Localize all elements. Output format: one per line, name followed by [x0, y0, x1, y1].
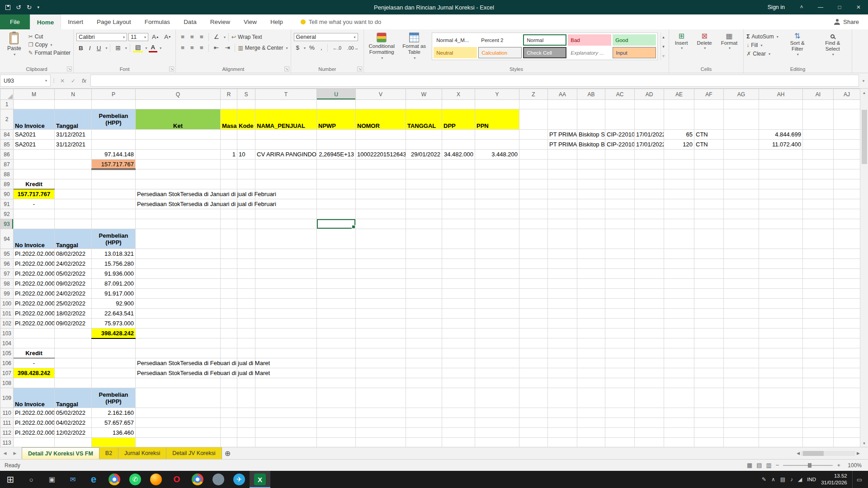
cell-R86[interactable]: 1 [221, 150, 237, 160]
cell-AA2[interactable] [548, 109, 577, 130]
cell-Q93[interactable] [136, 219, 221, 229]
cell-AG100[interactable] [724, 299, 759, 309]
cell-U90[interactable] [317, 189, 356, 199]
cell-AD107[interactable] [635, 368, 664, 378]
cell-style-check-cell[interactable]: Check Cell [523, 47, 566, 58]
cell-AH113[interactable] [759, 438, 803, 447]
cell-AF86[interactable] [694, 150, 724, 160]
decrease-font-size-button[interactable]: A▾ [162, 33, 173, 41]
cell-V101[interactable] [356, 309, 406, 319]
cell-AD95[interactable] [635, 249, 664, 259]
column-header-M[interactable]: M [14, 89, 55, 100]
cell-AB93[interactable] [577, 219, 605, 229]
cell-AE100[interactable] [664, 299, 694, 309]
zoom-slider-thumb[interactable] [808, 463, 811, 468]
cell-T101[interactable] [255, 309, 317, 319]
paste-button[interactable]: Paste ▾ [3, 32, 26, 57]
cell-T85[interactable] [255, 140, 317, 150]
cell-Z93[interactable] [519, 219, 548, 229]
cell-AJ97[interactable] [834, 269, 860, 279]
column-header-X[interactable]: X [442, 89, 475, 100]
cell-Z110[interactable] [519, 408, 548, 418]
cell-Q98[interactable] [136, 279, 221, 289]
cell-P94[interactable]: Pembelian(HPP) [92, 229, 136, 249]
cell-Q91[interactable]: Persediaan StokTersedia di Januari di ju… [136, 199, 221, 209]
styles-more-icon[interactable]: ▿ [662, 54, 665, 58]
row-header-100[interactable]: 100 [0, 299, 14, 309]
cell-S101[interactable] [237, 309, 255, 319]
cell-V106[interactable] [356, 358, 406, 368]
cell-AE108[interactable] [664, 378, 694, 388]
cell-AE97[interactable] [664, 269, 694, 279]
cell-AH84[interactable]: 4.844.699 [759, 130, 803, 140]
cell-AC100[interactable] [605, 299, 635, 309]
cell-Z98[interactable] [519, 279, 548, 289]
formula-input[interactable] [90, 75, 859, 87]
new-sheet-button[interactable]: ⊕ [222, 447, 234, 459]
cell-Y84[interactable] [475, 130, 519, 140]
cell-Y92[interactable] [475, 209, 519, 219]
cell-X100[interactable] [442, 299, 475, 309]
vertical-scrollbar[interactable]: ▴ ▾ [860, 89, 868, 447]
cell-W2[interactable]: TANGGAL [406, 109, 442, 130]
cell-W101[interactable] [406, 309, 442, 319]
cell-P91[interactable] [92, 199, 136, 209]
cell-Z99[interactable] [519, 289, 548, 299]
cell-Z107[interactable] [519, 368, 548, 378]
cell-S109[interactable] [237, 388, 255, 408]
cell-AI110[interactable] [803, 408, 834, 418]
cell-Z87[interactable] [519, 160, 548, 169]
cell-AF101[interactable] [694, 309, 724, 319]
accounting-format-button[interactable]: $ [294, 44, 302, 52]
cell-R100[interactable] [221, 299, 237, 309]
cell-AG88[interactable] [724, 169, 759, 179]
cell-AI113[interactable] [803, 438, 834, 447]
borders-button[interactable]: ⊞ [113, 45, 123, 52]
align-center-button[interactable]: ≡ [188, 44, 196, 52]
cell-V84[interactable] [356, 130, 406, 140]
cell-AE102[interactable] [664, 319, 694, 328]
cell-T105[interactable] [255, 348, 317, 358]
cell-AJ1[interactable] [834, 100, 860, 109]
cell-M90[interactable]: 157.717.767 [14, 189, 55, 199]
cell-R84[interactable] [221, 130, 237, 140]
cell-U88[interactable] [317, 169, 356, 179]
cell-AB98[interactable] [577, 279, 605, 289]
cell-Y88[interactable] [475, 169, 519, 179]
cell-P113[interactable] [92, 438, 136, 447]
cell-AG94[interactable] [724, 229, 759, 249]
cell-Y86[interactable]: 3.448.200 [475, 150, 519, 160]
cell-Q84[interactable] [136, 130, 221, 140]
cell-M95[interactable]: PI.2022.02.00007 [14, 249, 55, 259]
cell-AJ104[interactable] [834, 338, 860, 348]
cell-AC96[interactable] [605, 259, 635, 269]
cell-AG98[interactable] [724, 279, 759, 289]
cell-Z96[interactable] [519, 259, 548, 269]
row-header-97[interactable]: 97 [0, 269, 14, 279]
cell-AA90[interactable] [548, 189, 577, 199]
cell-AA1[interactable] [548, 100, 577, 109]
volume-icon[interactable]: ♪ [790, 476, 793, 483]
cell-AG84[interactable] [724, 130, 759, 140]
cell-S99[interactable] [237, 289, 255, 299]
column-header-S[interactable]: S [237, 89, 255, 100]
insert-cells-button[interactable]: ⊞Insert▾ [672, 32, 691, 51]
cell-N89[interactable] [55, 179, 92, 189]
sheet-tab-detail-jv-koreksi[interactable]: Detail JV Koreksi [166, 447, 222, 459]
cell-AG95[interactable] [724, 249, 759, 259]
column-header-AC[interactable]: AC [605, 89, 635, 100]
cell-N110[interactable]: 05/02/2022 [55, 408, 92, 418]
cell-AI90[interactable] [803, 189, 834, 199]
cell-AE86[interactable] [664, 150, 694, 160]
close-button[interactable]: ✕ [849, 0, 868, 14]
cell-style-normal-4-m[interactable]: Normal 4_M... [434, 34, 477, 46]
cell-Q108[interactable] [136, 378, 221, 388]
cell-X110[interactable] [442, 408, 475, 418]
cell-M93[interactable] [14, 219, 55, 229]
cell-AB101[interactable] [577, 309, 605, 319]
cell-Y112[interactable] [475, 428, 519, 438]
cell-AC110[interactable] [605, 408, 635, 418]
cell-W111[interactable] [406, 418, 442, 428]
ribbon-tab-help[interactable]: Help [264, 14, 290, 29]
cell-X92[interactable] [442, 209, 475, 219]
